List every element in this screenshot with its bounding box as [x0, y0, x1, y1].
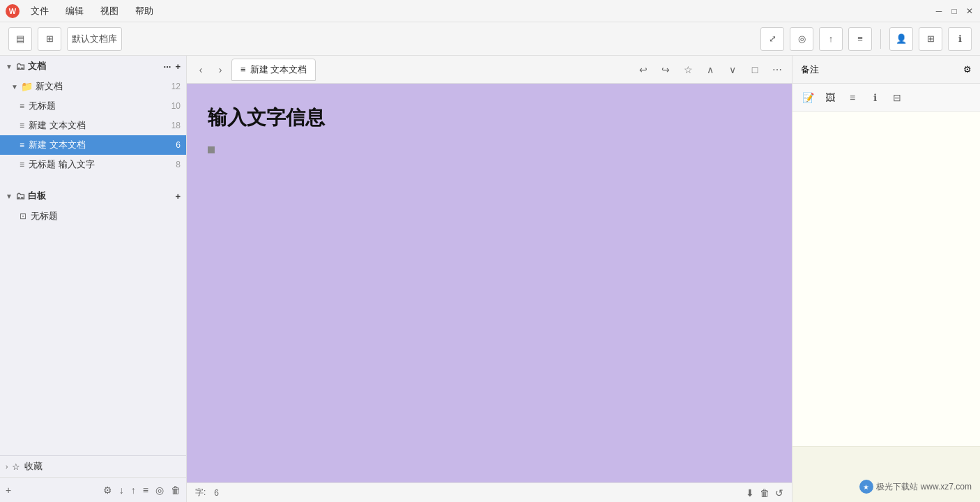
menu-help[interactable]: 帮助: [132, 3, 156, 19]
whiteboard-section-header[interactable]: ▼ 🗂 白板 +: [0, 185, 186, 206]
watermark-icon: ★: [859, 480, 873, 494]
tab-doc-icon: ≡: [240, 64, 246, 75]
title-bar: W 文件 编辑 视图 帮助 ─ □ ✕: [0, 0, 980, 22]
toolbar-menu-btn[interactable]: ≡: [848, 27, 872, 51]
menu-icon: ≡: [857, 33, 863, 44]
sidebar-spacer: [0, 226, 186, 455]
sidebar: ▼ 🗂 文档 ··· + ▼ 📁 新文档 12: [0, 56, 187, 502]
toolbar-layout-btn[interactable]: ⊞: [38, 27, 61, 51]
grid-icon: ⊞: [927, 33, 935, 44]
sidebar-item-untitled[interactable]: ≡ 无标题 10: [0, 96, 186, 116]
footer-history-icon[interactable]: ↺: [775, 487, 783, 499]
maximize-button[interactable]: □: [949, 6, 959, 16]
untitled-input-label: 无标题 输入文字: [29, 158, 95, 171]
word-count: 6: [214, 488, 219, 498]
footer-download-icon[interactable]: ↓: [119, 485, 124, 496]
sidebar-item-untitled-input[interactable]: ≡ 无标题 输入文字 8: [0, 155, 186, 174]
redo-btn[interactable]: ↪: [657, 61, 675, 79]
editor-title: 输入文字信息: [208, 105, 771, 131]
fit-icon: ⤢: [769, 33, 776, 44]
untitled-label: 无标题: [29, 100, 56, 112]
docs-folder-icon: 🗂: [15, 61, 25, 72]
docs-section-header[interactable]: ▼ 🗂 文档 ··· +: [0, 56, 186, 77]
right-panel-settings-icon[interactable]: ⚙: [963, 64, 972, 75]
panel-link-icon-btn[interactable]: ⊟: [887, 88, 907, 107]
menu-file[interactable]: 文件: [28, 3, 52, 19]
toolbar-avatar-btn[interactable]: 👤: [889, 27, 913, 51]
footer-trash2-icon[interactable]: 🗑: [760, 487, 770, 499]
main-layout: ▼ 🗂 文档 ··· + ▼ 📁 新文档 12: [0, 56, 980, 502]
title-bar-right: ─ □ ✕: [934, 6, 974, 16]
panel-notes-icon-btn[interactable]: 📝: [798, 88, 818, 107]
new-text-doc1-label: 新建 文本文档: [29, 119, 86, 132]
toolbar-grid-btn[interactable]: ⊞: [919, 27, 942, 51]
watermark: ★ 极光下载站 www.xz7.com: [859, 480, 972, 494]
undo-btn[interactable]: ↩: [634, 61, 652, 79]
favorites-label: 收藏: [24, 460, 43, 473]
footer-add-icon[interactable]: +: [6, 485, 11, 496]
toolbar-fit-btn[interactable]: ⤢: [760, 27, 784, 51]
untitled-input-icon: ≡: [20, 160, 24, 169]
content-wrapper: ‹ › ≡ 新建 文本文档 ↩ ↪ ☆ ∧ ∨ □ ⋯ 输入文字信息: [187, 56, 792, 502]
docs-more-icon[interactable]: ···: [164, 61, 171, 72]
tab-back-btn[interactable]: ‹: [192, 61, 209, 78]
close-button[interactable]: ✕: [965, 6, 974, 16]
footer-trash-icon[interactable]: 🗑: [171, 485, 181, 496]
tab-new-text-doc[interactable]: ≡ 新建 文本文档: [231, 59, 316, 81]
section-gap1: [0, 174, 186, 185]
footer-arrow-icon[interactable]: ⬇: [746, 487, 754, 499]
untitled-input-count: 8: [167, 160, 181, 169]
docs-add-icon[interactable]: +: [175, 61, 181, 72]
right-panel-bottom: [793, 446, 980, 502]
toolbar-separator: [880, 29, 881, 49]
new-folder-chevron-icon: ▼: [11, 83, 18, 91]
new-folder-label: 新文档: [36, 80, 63, 93]
editor-footer-right: ⬇ 🗑 ↺: [746, 487, 783, 499]
watermark-text: 极光下载站: [876, 481, 918, 493]
tab-forward-btn[interactable]: ›: [212, 61, 229, 78]
panel-icon: ▤: [16, 33, 24, 44]
sidebar-item-whiteboard-untitled[interactable]: ⊡ 无标题: [0, 206, 186, 226]
menu-edit[interactable]: 编辑: [63, 3, 86, 19]
star-btn[interactable]: ☆: [679, 61, 697, 79]
word-count-label: 字:: [195, 487, 206, 499]
more-actions-btn[interactable]: ⋯: [768, 61, 786, 79]
toolbar-library-btn[interactable]: 默认文档库: [67, 27, 122, 51]
panel-info-icon-btn[interactable]: ℹ: [865, 88, 885, 107]
panel-list-icon-btn[interactable]: ≡: [843, 88, 862, 107]
minimize-button[interactable]: ─: [934, 6, 944, 16]
toolbar-info-btn[interactable]: ℹ: [948, 27, 972, 51]
share-icon: ↑: [829, 33, 834, 44]
scroll-down-btn[interactable]: ∨: [723, 61, 742, 79]
menu-view[interactable]: 视图: [98, 3, 121, 19]
panel-toggle-btn[interactable]: □: [746, 61, 764, 79]
footer-settings-icon[interactable]: ⚙: [103, 485, 112, 496]
whiteboard-untitled-icon: ⊡: [20, 211, 26, 221]
watermark-url: www.xz7.com: [921, 482, 972, 492]
editor-footer: 字: 6 ⬇ 🗑 ↺: [187, 482, 792, 502]
whiteboard-chevron-icon: ▼: [6, 192, 13, 200]
panel-image-icon-btn[interactable]: 🖼: [820, 88, 840, 107]
toolbar-share-btn[interactable]: ↑: [819, 27, 843, 51]
sidebar-item-new-text-doc2[interactable]: ≡ 新建 文本文档 6: [0, 135, 186, 155]
footer-list-icon[interactable]: ≡: [143, 485, 148, 496]
toolbar-eye-btn[interactable]: ◎: [790, 27, 813, 51]
editor-area[interactable]: 输入文字信息: [187, 84, 792, 482]
right-panel-toolbar: 📝 🖼 ≡ ℹ ⊟: [793, 84, 980, 112]
footer-eye-icon[interactable]: ◎: [155, 485, 164, 496]
docs-chevron-icon: ▼: [6, 63, 13, 70]
scroll-up-btn[interactable]: ∧: [701, 61, 719, 79]
whiteboard-add-icon[interactable]: +: [175, 191, 181, 201]
menu-items: 文件 编辑 视图 帮助: [28, 3, 156, 19]
editor-content: 输入文字信息: [208, 105, 771, 462]
right-panel-title: 备注: [801, 63, 819, 76]
info-icon: ℹ: [958, 33, 962, 44]
untitled-doc-icon: ≡: [20, 101, 24, 111]
toolbar: ▤ ⊞ 默认文档库 ⤢ ◎ ↑ ≡ 👤 ⊞ ℹ: [0, 22, 980, 56]
sidebar-item-new-text-doc1[interactable]: ≡ 新建 文本文档 18: [0, 116, 186, 135]
favorites-item[interactable]: › ☆ 收藏: [0, 456, 186, 477]
toolbar-panel-btn[interactable]: ▤: [8, 27, 32, 51]
footer-upload-icon[interactable]: ↑: [131, 485, 136, 496]
new-folder-count: 12: [167, 82, 181, 91]
new-folder-header[interactable]: ▼ 📁 新文档 12: [0, 77, 186, 96]
